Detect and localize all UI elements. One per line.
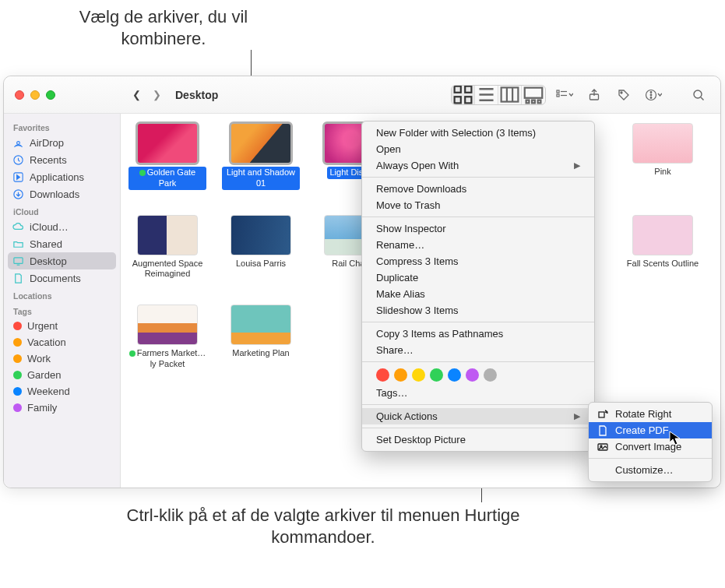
- svg-rect-14: [557, 90, 559, 93]
- toolbar-right: [451, 85, 720, 105]
- svg-point-23: [650, 97, 652, 98]
- context-menu-item[interactable]: Share…: [362, 342, 594, 358]
- file-label: Fall Scents Outline: [627, 259, 699, 269]
- tag-dot-icon: [13, 322, 22, 330]
- context-menu-item[interactable]: Copy 3 Items as Pathnames: [362, 326, 594, 342]
- context-menu-item[interactable]: Make Alias: [362, 286, 594, 302]
- folder-icon: [12, 238, 24, 250]
- context-menu-set-desktop[interactable]: Set Desktop Picture: [362, 431, 594, 448]
- action-button[interactable]: [642, 85, 664, 105]
- submenu-convert-image[interactable]: Convert Image: [589, 438, 712, 455]
- context-menu-tags-row: [362, 365, 594, 385]
- sidebar-item-icloud[interactable]: iCloud…: [4, 218, 120, 235]
- file-thumbnail: [137, 215, 198, 255]
- sidebar-tag-garden[interactable]: Garden: [4, 367, 120, 383]
- context-menu-tags[interactable]: Tags…: [362, 385, 594, 401]
- gallery-view-button[interactable]: [522, 86, 545, 104]
- context-menu-quick-actions[interactable]: Quick Actions▶: [362, 408, 594, 424]
- file-item[interactable]: Fall Scents Outline: [624, 215, 702, 280]
- context-menu-item[interactable]: Always Open With▶: [362, 157, 594, 174]
- file-thumbnail: [632, 123, 693, 164]
- sidebar-item-shared[interactable]: Shared: [4, 235, 120, 252]
- svg-point-19: [621, 92, 622, 93]
- submenu-customize[interactable]: Customize…: [589, 462, 712, 478]
- convert-icon: [597, 442, 609, 452]
- svg-rect-1: [465, 86, 471, 93]
- minimize-window-button[interactable]: [30, 90, 40, 100]
- submenu-item-label: Rotate Right: [615, 408, 671, 420]
- sidebar-item-label: Urgent: [27, 320, 58, 332]
- svg-point-22: [650, 94, 652, 96]
- sidebar-item-label: Documents: [30, 273, 81, 284]
- sidebar-item-label: Downloads: [30, 188, 79, 200]
- sidebar-item-documents[interactable]: Documents: [4, 269, 120, 287]
- sidebar-tag-urgent[interactable]: Urgent: [4, 318, 120, 334]
- pdf-icon: [597, 425, 609, 436]
- list-view-button[interactable]: [475, 86, 498, 104]
- context-menu-item[interactable]: New Folder with Selection (3 Items): [362, 125, 594, 141]
- sidebar-item-applications[interactable]: Applications: [4, 168, 120, 185]
- submenu-create-pdf[interactable]: Create PDF: [589, 422, 712, 438]
- file-item[interactable]: Light and Shadow 01: [222, 123, 300, 190]
- icon-view-button[interactable]: [452, 86, 475, 104]
- sidebar-item-label: AirDrop: [30, 137, 64, 149]
- sidebar-tag-family[interactable]: Family: [4, 400, 120, 416]
- close-window-button[interactable]: [15, 90, 24, 100]
- context-menu-separator: [362, 322, 594, 322]
- share-button[interactable]: [583, 85, 605, 105]
- sidebar-item-label: Applications: [30, 171, 84, 183]
- file-item[interactable]: Louisa Parris: [222, 215, 300, 280]
- forward-button[interactable]: ❯: [147, 84, 166, 106]
- sidebar-item-recents[interactable]: Recents: [4, 151, 120, 168]
- sidebar-header-locations: Locations: [4, 287, 120, 302]
- context-menu-tag-swatch[interactable]: [484, 368, 497, 382]
- svg-point-26: [16, 141, 19, 144]
- file-thumbnail: [231, 215, 291, 255]
- context-menu-item[interactable]: Open: [362, 141, 594, 157]
- column-view-button[interactable]: [498, 86, 522, 104]
- context-menu: New Folder with Selection (3 Items)OpenA…: [361, 121, 595, 452]
- file-item[interactable]: Pink: [624, 123, 702, 190]
- svg-point-21: [650, 91, 652, 93]
- context-menu-item[interactable]: Duplicate: [362, 269, 594, 286]
- context-menu-tag-swatch[interactable]: [412, 368, 425, 382]
- context-menu-item[interactable]: Slideshow 3 Items: [362, 302, 594, 319]
- context-menu-tag-swatch[interactable]: [430, 368, 443, 382]
- file-label: Golden Gate Park: [128, 167, 206, 190]
- file-item[interactable]: Augmented Space Reimagined: [128, 215, 206, 280]
- file-item[interactable]: Farmers Market…ly Packet: [128, 305, 206, 370]
- search-button[interactable]: [688, 85, 709, 105]
- group-button[interactable]: [554, 85, 575, 105]
- zoom-window-button[interactable]: [46, 90, 55, 100]
- submenu-item-label: Create PDF: [615, 424, 669, 436]
- sidebar-tag-weekend[interactable]: Weekend: [4, 383, 120, 400]
- file-label: Pink: [654, 167, 670, 178]
- sidebar-item-airdrop[interactable]: AirDrop: [4, 134, 120, 151]
- download-icon: [12, 188, 24, 200]
- airdrop-icon: [12, 136, 24, 149]
- tag-dot-icon: [13, 354, 22, 363]
- sidebar-item-label: Desktop: [30, 255, 67, 267]
- sidebar-tag-vacation[interactable]: Vacation: [4, 334, 120, 350]
- tag-button[interactable]: [613, 85, 635, 105]
- context-menu-tag-swatch[interactable]: [466, 368, 479, 382]
- sidebar-item-desktop[interactable]: Desktop: [8, 252, 116, 269]
- context-menu-item[interactable]: Compress 3 Items: [362, 253, 594, 269]
- context-menu-tag-swatch[interactable]: [394, 368, 407, 382]
- context-menu-item[interactable]: Rename…: [362, 237, 594, 253]
- file-item[interactable]: Marketing Plan: [222, 305, 300, 370]
- context-menu-item[interactable]: Move to Trash: [362, 197, 594, 213]
- context-menu-item[interactable]: Remove Downloads: [362, 181, 594, 197]
- context-menu-item[interactable]: Show Inspector: [362, 220, 594, 237]
- context-menu-tag-swatch[interactable]: [448, 368, 461, 382]
- context-menu-separator: [362, 177, 594, 178]
- sidebar-tag-work[interactable]: Work: [4, 350, 120, 367]
- callout-bottom: Ctrl-klik på et af de valgte arkiver til…: [113, 505, 533, 548]
- svg-rect-11: [526, 100, 530, 103]
- tag-dot-icon: [13, 403, 22, 412]
- submenu-rotate-right[interactable]: Rotate Right: [589, 406, 712, 422]
- context-menu-tag-swatch[interactable]: [376, 368, 389, 382]
- file-item[interactable]: Golden Gate Park: [128, 123, 206, 190]
- sidebar-item-downloads[interactable]: Downloads: [4, 185, 120, 202]
- back-button[interactable]: ❮: [127, 84, 146, 106]
